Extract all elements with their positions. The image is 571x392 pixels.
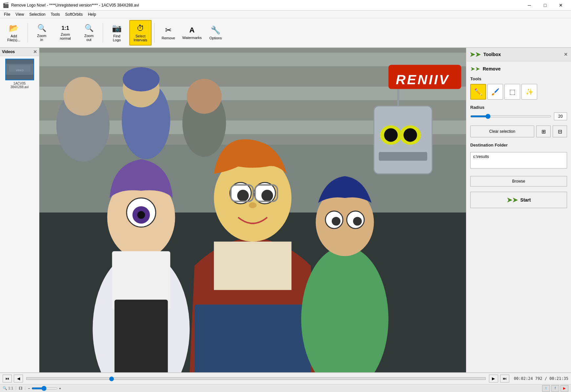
twitter-icon: t [546, 386, 547, 390]
start-label: Start [520, 197, 531, 203]
select-intervals-label: SelectIntervals [134, 34, 147, 42]
brush-icon: 🖌️ [491, 88, 499, 96]
clear-selection-button[interactable]: Clear selection [470, 126, 534, 137]
zoom-normal-icon: 1:1 [61, 25, 69, 31]
select-intervals-button[interactable]: ⏱ SelectIntervals [129, 20, 152, 46]
title-bar: 🎬 Remove Logo Now! - ****Unregistered ve… [0, 0, 571, 10]
rect-select-icon: ⬚ [509, 88, 516, 96]
svg-text:VIDEO: VIDEO [16, 69, 24, 72]
magic-tool-button[interactable]: ✨ [521, 84, 537, 100]
remove-section-header: ➤➤ Remove [470, 65, 567, 72]
magic-icon: ✨ [525, 88, 534, 96]
main-area: Videos ✕ VIDEO 1ACV05384X288.avi [0, 48, 571, 372]
next-button[interactable]: ▶ [489, 375, 498, 382]
remove-icon: ✂ [165, 26, 172, 35]
toolbar-separator-2 [103, 23, 103, 43]
time-display: 00:02:24 792 / 00:21:35 [514, 376, 568, 381]
previous-icon: ◀ [17, 376, 20, 381]
menu-file[interactable]: File [1, 11, 13, 17]
pencil-icon: ✏️ [474, 88, 482, 96]
toolbox-close-button[interactable]: ✕ [564, 52, 568, 57]
watermarks-label: Watermarks [182, 36, 202, 40]
toolbar-separator-3 [154, 23, 155, 43]
options-button[interactable]: 🔧 Options [204, 20, 227, 46]
select-all-icon: ⊞ [541, 128, 546, 135]
maximize-button[interactable]: □ [538, 0, 553, 10]
svg-text:RENIIV: RENIIV [396, 72, 450, 87]
remove-button[interactable]: ✂ Remove [157, 20, 180, 46]
tools-row: ✏️ 🖌️ ⬚ ✨ [470, 84, 567, 100]
close-button[interactable]: ✕ [553, 0, 568, 10]
zoom-range-slider[interactable] [32, 387, 58, 389]
menu-help[interactable]: Help [85, 11, 99, 17]
zoom-in-button[interactable]: 🔍 Zoomin [31, 20, 53, 46]
menu-selection[interactable]: Selection [27, 11, 48, 17]
toolbar-separator-1 [28, 23, 28, 43]
watermarks-button[interactable]: A Watermarks [181, 20, 203, 46]
video-thumbnail[interactable]: VIDEO 1ACV05384X288.avi [5, 59, 34, 89]
select-all-button[interactable]: ⊞ [536, 126, 551, 137]
remove-section-label: Remove [483, 66, 500, 71]
status-row: 🔍 1:1 🎞 − + t f ▶ [0, 384, 571, 392]
thumb-image: VIDEO [5, 59, 34, 80]
destination-section: Destination Folder c:\results [470, 143, 567, 169]
previous-button[interactable]: ◀ [14, 375, 23, 382]
previous-frame-button[interactable]: ⏮ [3, 375, 12, 382]
svg-point-38 [249, 202, 257, 208]
toolbox-header: ➤➤ Toolbox ✕ [466, 48, 571, 61]
brush-tool-button[interactable]: 🖌️ [487, 84, 503, 100]
add-files-icon: 📂 [9, 24, 19, 33]
add-files-label: Add File(s)... [7, 34, 20, 42]
zoom-normal-button[interactable]: 1:1 Zoomnormal [54, 20, 76, 46]
deselect-icon: ⊟ [558, 128, 562, 135]
add-files-button[interactable]: 📂 Add File(s)... [3, 20, 25, 46]
facebook-icon: f [555, 386, 556, 390]
deselect-button[interactable]: ⊟ [553, 126, 567, 137]
destination-input[interactable]: c:\results [470, 152, 567, 168]
options-icon: 🔧 [211, 26, 221, 35]
title-bar-controls: ─ □ ✕ [522, 0, 568, 10]
pencil-tool-button[interactable]: ✏️ [470, 84, 486, 100]
find-logo-button[interactable]: 📷 FindLogo [106, 20, 128, 46]
twitter-button[interactable]: t [542, 385, 550, 392]
zoom-in-label: Zoomin [37, 34, 46, 42]
browse-button[interactable]: Browse [470, 176, 567, 186]
remove-arrow-icon: ➤➤ [470, 65, 480, 72]
video-area[interactable]: RENIIV [39, 48, 466, 372]
svg-rect-28 [195, 304, 311, 372]
youtube-button[interactable]: ▶ [560, 385, 568, 392]
svg-rect-23 [379, 152, 427, 161]
svg-rect-29 [214, 242, 291, 290]
menu-view[interactable]: View [13, 11, 27, 17]
zoom-normal-label: Zoomnormal [60, 32, 71, 40]
start-button[interactable]: ➤➤ Start [470, 192, 567, 208]
seek-thumb[interactable] [109, 377, 114, 381]
find-logo-icon: 📷 [112, 24, 122, 33]
next-frame-button[interactable]: ⏭ [500, 375, 509, 382]
facebook-button[interactable]: f [551, 385, 559, 392]
toolbox-panel: ➤➤ Toolbox ✕ ➤➤ Remove Tools ✏️ 🖌️ [466, 48, 571, 372]
zoom-control: − + [28, 386, 61, 390]
menu-tools[interactable]: Tools [48, 11, 63, 17]
videos-close-button[interactable]: ✕ [33, 49, 37, 54]
toolbox-arrow-icon: ➤➤ [470, 50, 481, 58]
next-frame-icon: ⏭ [503, 376, 507, 381]
bottom-bar: ⏮ ◀ ▶ ⏭ 00:02:24 792 / 00:21:35 🔍 1:1 🎞 … [0, 372, 571, 392]
selection-row: Clear selection ⊞ ⊟ [470, 126, 567, 137]
radius-slider[interactable] [470, 115, 551, 117]
window-title: Remove Logo Now! - ****Unregistered vers… [11, 3, 139, 8]
zoom-out-button[interactable]: 🔍 Zoomout [78, 20, 100, 46]
videos-title: Videos [2, 49, 15, 54]
menu-bar: File View Selection Tools SoftOrbits Hel… [0, 10, 571, 18]
rect-select-tool-button[interactable]: ⬚ [504, 84, 520, 100]
radius-row: 20 [470, 112, 567, 120]
seek-bar[interactable] [26, 377, 486, 380]
zoom-in-icon: 🔍 [37, 24, 46, 32]
video-scene: RENIIV [39, 48, 466, 372]
frame-icon: 🎞 [19, 386, 22, 390]
radius-section: Radius 20 [470, 105, 567, 120]
menu-softorbits[interactable]: SoftOrbits [63, 11, 85, 17]
minimize-button[interactable]: ─ [522, 0, 537, 10]
zoom-out-label: Zoomout [84, 34, 94, 42]
zoom-value: 1:1 [8, 386, 13, 390]
